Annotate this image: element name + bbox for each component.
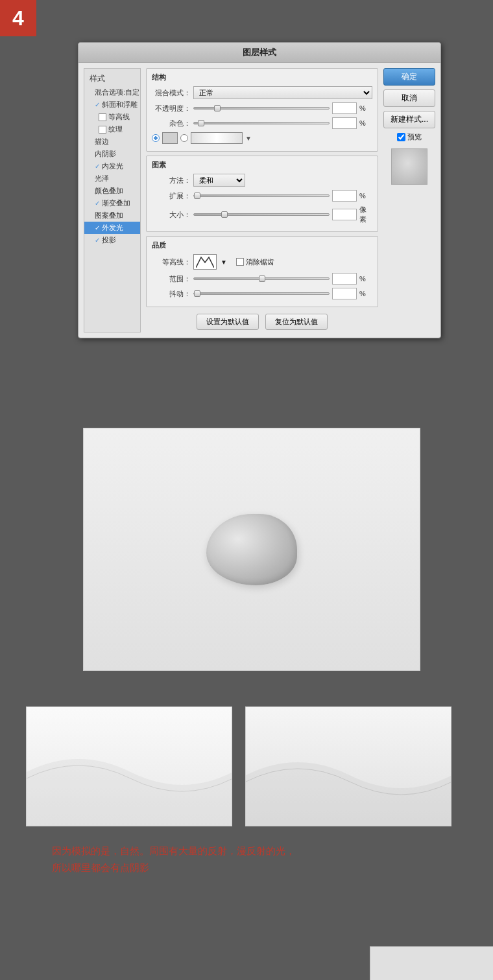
blend-mode-row: 混合模式： 正常	[152, 86, 372, 99]
jitter-unit: %	[359, 290, 372, 298]
step-badge: 4	[0, 0, 36, 36]
comparison-row	[26, 706, 451, 826]
set-default-button[interactable]: 设置为默认值	[197, 314, 259, 330]
range-row: 范围： 50 %	[152, 273, 372, 285]
comparison-image-right	[245, 706, 451, 826]
preview-checkbox-row[interactable]: 预览	[383, 132, 435, 142]
contour-arrow[interactable]: ▼	[221, 259, 227, 266]
spread-unit: %	[359, 192, 372, 200]
noise-input[interactable]: 5	[332, 117, 357, 129]
spread-slider[interactable]	[193, 194, 330, 197]
bottom-partial-dialog	[370, 946, 493, 980]
step-number: 4	[12, 6, 24, 30]
wave-left-svg	[27, 707, 232, 826]
gradient-radio[interactable]	[180, 134, 188, 142]
opacity-row: 不透明度： 17 %	[152, 102, 372, 114]
contour-preview[interactable]	[193, 254, 217, 270]
contour-label: 等高线：	[152, 257, 191, 267]
spread-row: 扩展： 0 %	[152, 190, 372, 202]
color-swatch[interactable]	[162, 132, 178, 144]
sidebar-bevel-emboss[interactable]: 斜面和浮雕	[84, 99, 140, 111]
dialog-body: 样式 混合选项:自定 斜面和浮雕 等高线 纹理 描边 内阴影 内发光	[78, 63, 440, 338]
right-buttons: 确定 取消 新建样式... 预览	[383, 68, 435, 332]
blend-mode-label: 混合模式：	[152, 88, 191, 98]
sidebar-inner-shadow[interactable]: 内阴影	[84, 148, 140, 160]
range-slider[interactable]	[193, 277, 330, 280]
sidebar-inner-glow[interactable]: 内发光	[84, 160, 140, 172]
sidebar-gradient-overlay[interactable]: 渐变叠加	[84, 197, 140, 209]
contour-box: ▼	[193, 254, 227, 270]
range-input[interactable]: 50	[332, 273, 357, 285]
jitter-row: 抖动： 0 %	[152, 288, 372, 299]
sidebar-header: 样式	[84, 71, 140, 86]
sidebar-stroke[interactable]: 描边	[84, 135, 140, 148]
jitter-label: 抖动：	[152, 289, 191, 299]
elements-title: 图素	[152, 160, 372, 170]
caption-line1: 因为模拟的是，自然。周围有大量的反射，漫反射的光，	[52, 843, 441, 859]
sidebar-contour[interactable]: 等高线	[84, 111, 140, 123]
caption: 因为模拟的是，自然。周围有大量的反射，漫反射的光， 所以哪里都会有点阴影	[52, 843, 441, 876]
opacity-input[interactable]: 17	[332, 102, 357, 114]
anti-alias-cb[interactable]	[236, 258, 244, 266]
preview-label: 预览	[407, 132, 422, 142]
jitter-slider[interactable]	[193, 292, 330, 295]
new-style-button[interactable]: 新建样式...	[383, 111, 435, 128]
opacity-slider[interactable]	[193, 107, 330, 110]
structure-section: 结构 混合模式： 正常 不透明度： 17 %	[146, 68, 378, 152]
color-arrow[interactable]: ▼	[245, 135, 252, 142]
dialog-title: 图层样式	[78, 43, 440, 63]
solid-color-radio[interactable]	[152, 134, 160, 142]
size-slider[interactable]	[193, 213, 330, 216]
size-input[interactable]: 13	[332, 209, 357, 220]
jitter-input[interactable]: 0	[332, 288, 357, 299]
dialog-container: 图层样式 样式 混合选项:自定 斜面和浮雕 等高线 纹理 描边 内阴影	[78, 42, 441, 338]
style-sidebar: 样式 混合选项:自定 斜面和浮雕 等高线 纹理 描边 内阴影 内发光	[84, 68, 141, 332]
comparison-image-left	[26, 706, 232, 826]
structure-title: 结构	[152, 73, 372, 82]
sidebar-satin[interactable]: 光泽	[84, 172, 140, 185]
main-panel: 结构 混合模式： 正常 不透明度： 17 %	[146, 68, 378, 332]
blend-mode-select[interactable]: 正常	[193, 86, 372, 99]
color-swatch-row: ▼	[152, 132, 372, 144]
range-label: 范围：	[152, 274, 191, 284]
noise-unit: %	[359, 119, 372, 127]
preview-thumbnail	[391, 148, 427, 185]
sidebar-texture[interactable]: 纹理	[84, 123, 140, 135]
contour-row: 等高线： ▼ 消除锯齿	[152, 254, 372, 270]
wave-right-svg	[246, 707, 451, 826]
noise-row: 杂色： 5 %	[152, 117, 372, 129]
sidebar-outer-glow[interactable]: 外发光	[84, 222, 140, 234]
preview-checkbox[interactable]	[397, 133, 405, 141]
spread-label: 扩展：	[152, 191, 191, 201]
method-select[interactable]: 柔和	[193, 174, 245, 187]
quality-title: 品质	[152, 240, 372, 250]
gradient-swatch[interactable]	[191, 132, 243, 144]
texture-checkbox[interactable]	[99, 126, 106, 134]
quality-section: 品质 等高线： ▼ 消除锯齿	[146, 236, 378, 307]
sidebar-blend-options[interactable]: 混合选项:自定	[84, 86, 140, 99]
layer-style-dialog: 图层样式 样式 混合选项:自定 斜面和浮雕 等高线 纹理 描边 内阴影	[78, 42, 441, 338]
bottom-buttons: 设置为默认值 复位为默认值	[146, 314, 378, 332]
sidebar-pattern-overlay[interactable]: 图案叠加	[84, 209, 140, 222]
spread-input[interactable]: 0	[332, 190, 357, 202]
size-row: 大小： 13 像素	[152, 205, 372, 224]
reset-default-button[interactable]: 复位为默认值	[265, 314, 328, 330]
ok-button[interactable]: 确定	[383, 68, 435, 86]
anti-alias-checkbox[interactable]: 消除锯齿	[236, 257, 274, 267]
caption-line2: 所以哪里都会有点阴影	[52, 859, 441, 876]
elements-section: 图素 方法： 柔和 扩展： 0 %	[146, 156, 378, 232]
range-unit: %	[359, 275, 372, 283]
cancel-button[interactable]: 取消	[383, 89, 435, 107]
sidebar-drop-shadow[interactable]: 投影	[84, 234, 140, 246]
contour-checkbox[interactable]	[99, 113, 106, 121]
opacity-label: 不透明度：	[152, 104, 191, 113]
method-row: 方法： 柔和	[152, 174, 372, 187]
noise-label: 杂色：	[152, 119, 191, 128]
size-unit: 像素	[359, 205, 372, 224]
size-label: 大小：	[152, 210, 191, 220]
noise-slider[interactable]	[193, 122, 330, 124]
sidebar-color-overlay[interactable]: 颜色叠加	[84, 185, 140, 197]
opacity-unit: %	[359, 104, 372, 112]
canvas-preview	[83, 428, 420, 671]
method-label: 方法：	[152, 176, 191, 185]
